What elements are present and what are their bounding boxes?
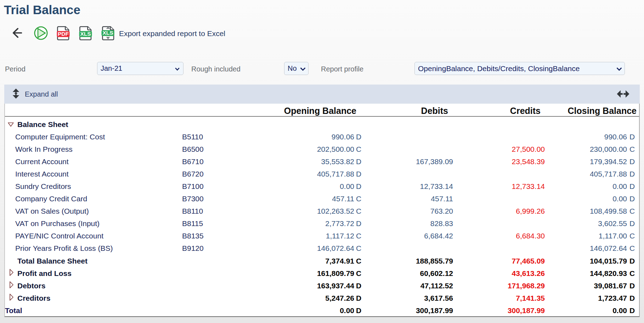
svg-text:XLS: XLS	[80, 31, 91, 37]
svg-text:PDF: PDF	[58, 31, 69, 37]
svg-text:XLS: XLS	[102, 30, 113, 36]
